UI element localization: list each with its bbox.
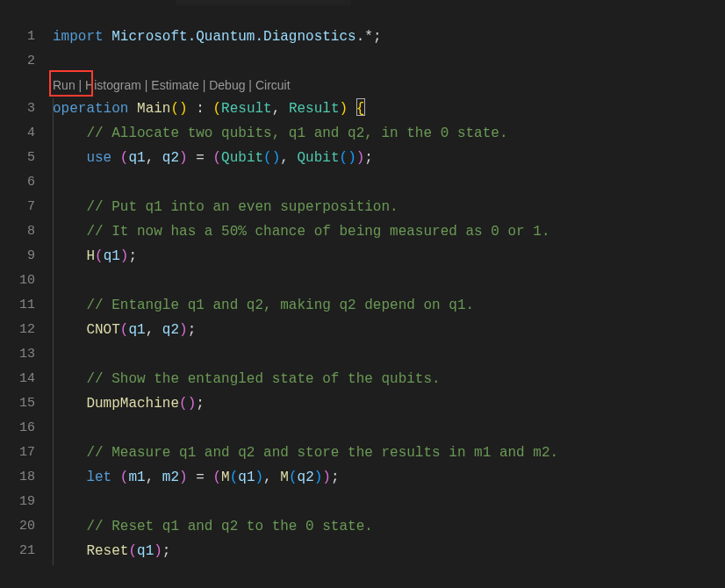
line-number: 7 [0,195,35,219]
codelens-circuit[interactable]: Circuit [255,78,291,92]
code-line [53,170,725,195]
line-number: 14 [0,367,35,391]
cursor: { [356,98,365,116]
code-line [53,490,725,514]
line-number: 17 [0,441,35,465]
code-line: use (q1, q2) = (Qubit(), Qubit()); [53,146,725,170]
code-line [53,342,725,367]
code-line: let (m1, m2) = (M(q1), M(q2)); [53,465,725,490]
code-line: DumpMachine(); [53,391,725,416]
line-number: 9 [0,244,35,269]
code-line [53,269,725,293]
line-number: 20 [0,514,35,539]
code-line: // Put q1 into an even superposition. [53,195,725,219]
line-number: 18 [0,465,35,490]
keyword-import: import [53,29,104,45]
code-line [53,49,725,74]
comment: // Show the entangled state of the qubit… [86,371,440,387]
codelens-bar: Run | Histogram | Estimate | Debug | Cir… [53,74,725,97]
codelens-run[interactable]: Run [53,78,75,92]
line-number: 21 [0,539,35,563]
code-line: H(q1); [53,244,725,269]
code-line: Reset(q1); [53,539,725,563]
line-number: 16 [0,416,35,441]
line-number: 13 [0,342,35,367]
line-number: 3 [0,97,35,121]
comment: // Measure q1 and q2 and store the resul… [86,445,558,461]
code-line: // Reset q1 and q2 to the 0 state. [53,514,725,539]
comment: // Entangle q1 and q2, making q2 depend … [86,298,474,313]
line-number: 11 [0,293,35,318]
comment: // Allocate two qubits, q1 and q2, in th… [86,125,507,141]
line-number-gutter: 1 2 3 4 5 6 7 8 9 10 11 12 13 14 15 16 1… [0,25,53,563]
tab-shadow [176,0,351,5]
codelens-histogram[interactable]: Histogram [85,78,141,92]
codelens-debug[interactable]: Debug [209,78,245,92]
type-result: Result [289,101,340,117]
comment: // It now has a 50% chance of being meas… [86,224,549,240]
code-line: // It now has a 50% chance of being meas… [53,219,725,244]
line-number: 2 [0,49,35,74]
line-number: 8 [0,219,35,244]
code-line: import Microsoft.Quantum.Diagnostics.*; [53,25,725,49]
line-number: 5 [0,146,35,170]
code-editor[interactable]: 1 2 3 4 5 6 7 8 9 10 11 12 13 14 15 16 1… [0,16,725,563]
code-line: // Measure q1 and q2 and store the resul… [53,441,725,465]
fn-main: Main [137,101,170,117]
line-number: 15 [0,391,35,416]
comment: // Put q1 into an even superposition. [86,199,398,215]
comment: // Reset q1 and q2 to the 0 state. [86,519,372,534]
line-number: 1 [0,25,35,49]
code-line: // Entangle q1 and q2, making q2 depend … [53,293,725,318]
code-area[interactable]: import Microsoft.Quantum.Diagnostics.*; … [53,25,725,563]
code-line: // Show the entangled state of the qubit… [53,367,725,391]
type-result: Result [221,101,272,117]
line-number: 10 [0,269,35,293]
namespace: Microsoft.Quantum.Diagnostics [111,29,355,45]
line-number: 12 [0,318,35,342]
indent-guide [53,98,54,565]
keyword-operation: operation [53,101,128,117]
codelens-estimate[interactable]: Estimate [151,78,198,92]
code-line: CNOT(q1, q2); [53,318,725,342]
line-number: 6 [0,170,35,195]
line-number: 4 [0,121,35,146]
code-line: operation Main() : (Result, Result) { [53,97,725,121]
code-line [53,416,725,441]
tab-bar [0,0,725,16]
line-number: 19 [0,490,35,514]
code-line: // Allocate two qubits, q1 and q2, in th… [53,121,725,146]
